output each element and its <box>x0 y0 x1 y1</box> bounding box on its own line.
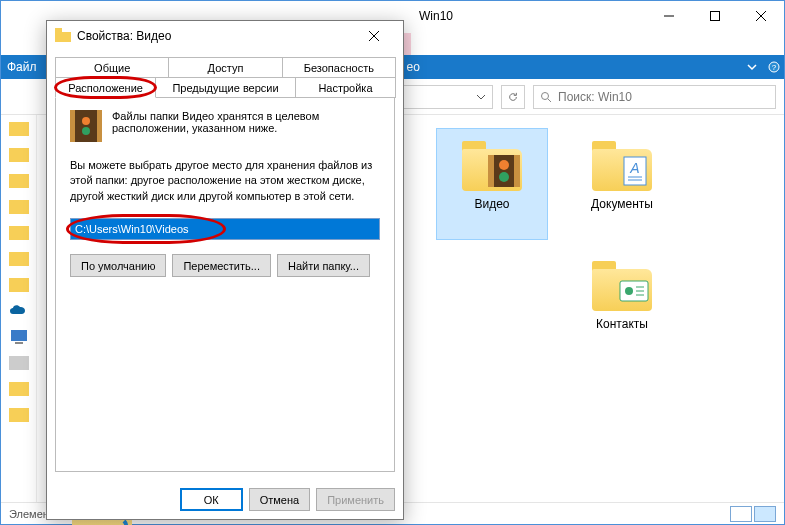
tab-customize[interactable]: Настройка <box>295 77 396 98</box>
properties-dialog: Свойства: Видео Общие Доступ Безопасност… <box>46 20 404 520</box>
ok-button[interactable]: ОК <box>180 488 243 511</box>
tree-item-onedrive-icon[interactable] <box>9 301 29 321</box>
restore-default-button[interactable]: По умолчанию <box>70 254 166 277</box>
folder-icon <box>55 28 71 44</box>
svg-rect-15 <box>11 330 27 341</box>
refresh-icon <box>508 91 518 103</box>
tree-item-icon[interactable] <box>9 405 29 425</box>
item-label: Документы <box>591 197 653 211</box>
dialog-titlebar: Свойства: Видео <box>47 21 403 51</box>
item-label: Видео <box>474 197 509 211</box>
svg-point-24 <box>499 172 509 182</box>
svg-rect-10 <box>9 174 29 188</box>
search-placeholder: Поиск: Win10 <box>558 90 632 104</box>
refresh-button[interactable] <box>501 85 525 109</box>
svg-rect-36 <box>55 28 62 32</box>
dialog-buttons: ОК Отмена Применить <box>47 480 403 519</box>
svg-rect-14 <box>9 278 29 292</box>
tree-item-icon[interactable] <box>9 353 29 373</box>
ribbon-tab-partial[interactable]: ео <box>407 60 420 74</box>
svg-text:A: A <box>629 160 639 176</box>
contact-icon <box>614 271 654 311</box>
tab-panel-location: Файлы папки Видео хранятся в целевом рас… <box>55 97 395 472</box>
help-icon[interactable]: ? <box>768 61 780 73</box>
nav-tree <box>1 115 37 502</box>
tree-item-thispc-icon[interactable] <box>9 327 29 347</box>
svg-rect-35 <box>55 32 71 42</box>
video-icon <box>484 151 524 191</box>
view-details-button[interactable] <box>730 506 752 522</box>
dialog-title: Свойства: Видео <box>77 29 171 43</box>
dialog-close-button[interactable] <box>369 31 395 41</box>
file-menu[interactable]: Файл <box>7 60 37 74</box>
video-folder-icon <box>70 110 102 142</box>
tree-item-icon[interactable] <box>9 223 29 243</box>
folder-item-video[interactable]: Видео <box>437 129 547 239</box>
tree-item-icon[interactable] <box>9 197 29 217</box>
close-button[interactable] <box>738 1 784 31</box>
find-target-button[interactable]: Найти папку... <box>277 254 370 277</box>
svg-rect-41 <box>97 110 102 142</box>
svg-rect-11 <box>9 200 29 214</box>
cancel-button[interactable]: Отмена <box>249 488 310 511</box>
svg-rect-13 <box>9 252 29 266</box>
path-input[interactable] <box>70 218 380 240</box>
view-buttons <box>730 506 776 522</box>
svg-point-42 <box>82 117 90 125</box>
svg-rect-40 <box>70 110 75 142</box>
window-title: Win10 <box>419 9 453 23</box>
tree-item-icon[interactable] <box>9 275 29 295</box>
svg-text:?: ? <box>772 63 777 72</box>
svg-point-23 <box>499 160 509 170</box>
svg-line-7 <box>548 99 551 102</box>
tree-item-icon[interactable] <box>9 379 29 399</box>
tab-label: Расположение <box>68 82 143 94</box>
svg-rect-1 <box>711 12 720 21</box>
description-text: Вы можете выбрать другое место для хране… <box>70 158 380 204</box>
tab-general[interactable]: Общие <box>55 57 169 78</box>
item-label: Контакты <box>596 317 648 331</box>
tree-item-icon[interactable] <box>9 145 29 165</box>
maximize-button[interactable] <box>692 1 738 31</box>
svg-rect-12 <box>9 226 29 240</box>
minimize-button[interactable] <box>646 1 692 31</box>
svg-point-43 <box>82 127 90 135</box>
tabs: Общие Доступ Безопасность Расположение П… <box>47 51 403 97</box>
tab-security[interactable]: Безопасность <box>282 57 396 78</box>
folder-item-documents[interactable]: A Документы <box>567 129 677 239</box>
ribbon-expand-icon[interactable] <box>746 61 758 73</box>
tab-previous-versions[interactable]: Предыдущие версии <box>155 77 296 98</box>
tree-item-icon[interactable] <box>9 171 29 191</box>
tree-item-icon[interactable] <box>9 249 29 269</box>
info-text: Файлы папки Видео хранятся в целевом рас… <box>112 110 319 134</box>
svg-point-31 <box>625 287 633 295</box>
svg-rect-22 <box>514 155 520 187</box>
svg-rect-18 <box>9 382 29 396</box>
window-buttons <box>646 1 784 31</box>
svg-rect-21 <box>488 155 494 187</box>
tab-sharing[interactable]: Доступ <box>168 57 282 78</box>
view-icons-button[interactable] <box>754 506 776 522</box>
search-icon <box>540 91 552 103</box>
tab-location[interactable]: Расположение <box>55 77 156 98</box>
document-icon: A <box>614 151 654 191</box>
svg-rect-19 <box>9 408 29 422</box>
svg-point-6 <box>542 92 549 99</box>
search-input[interactable]: Поиск: Win10 <box>533 85 776 109</box>
folder-item-contacts[interactable]: Контакты <box>567 249 677 359</box>
tree-item-icon[interactable] <box>9 119 29 139</box>
svg-rect-17 <box>9 356 29 370</box>
svg-rect-8 <box>9 122 29 136</box>
apply-button[interactable]: Применить <box>316 488 395 511</box>
chevron-down-icon <box>476 92 486 102</box>
svg-rect-9 <box>9 148 29 162</box>
svg-rect-16 <box>15 342 23 344</box>
move-button[interactable]: Переместить... <box>172 254 271 277</box>
